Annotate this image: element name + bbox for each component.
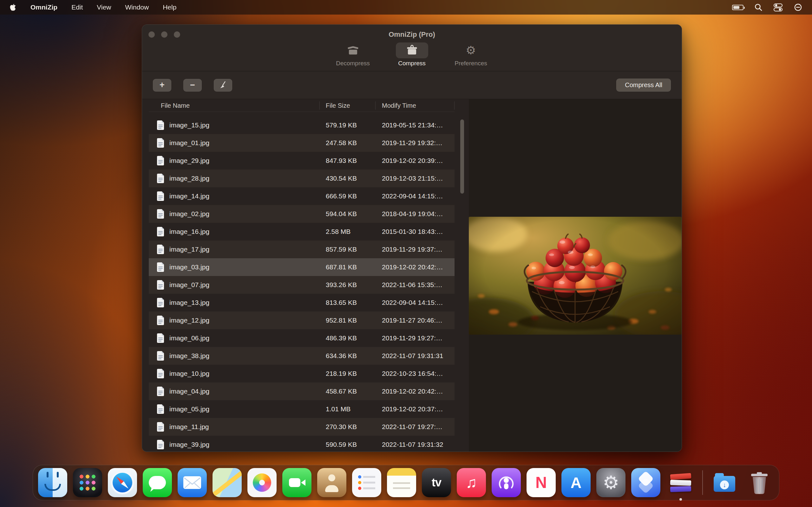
table-row[interactable]: image_03.jpg 687.81 KB 2019-12-02 20:42:… — [149, 258, 455, 276]
column-header-file-name[interactable]: File Name — [149, 101, 320, 110]
dock-item-news[interactable]: N — [526, 468, 556, 497]
table-row[interactable]: image_05.jpg 1.01 MB 2019-12-02 20:37:… — [149, 400, 455, 418]
menu-item-help[interactable]: Help — [163, 3, 176, 11]
dock-item-finder[interactable] — [38, 468, 67, 497]
dock-item-shortcuts[interactable] — [631, 468, 660, 497]
file-name: image_29.jpg — [169, 157, 209, 164]
minus-circle-icon[interactable] — [794, 3, 803, 12]
file-size: 218.19 KB — [320, 370, 375, 377]
file-icon — [156, 191, 165, 201]
menu-item-window[interactable]: Window — [125, 3, 149, 11]
dock-item-app-store[interactable]: A — [561, 468, 591, 497]
table-row[interactable]: image_16.jpg 2.58 MB 2015-01-30 18:43:… — [149, 223, 455, 240]
preview-pane — [469, 99, 681, 452]
dock-item-facetime[interactable] — [282, 468, 311, 497]
file-size: 634.36 KB — [320, 352, 375, 360]
table-row[interactable]: image_02.jpg 594.04 KB 2018-04-19 19:04:… — [149, 205, 455, 223]
dock-item-system-settings[interactable]: ⚙ — [596, 468, 625, 497]
table-row[interactable]: image_12.jpg 952.81 KB 2019-11-27 20:46:… — [149, 312, 455, 329]
column-header-modify-time[interactable]: Modify Time — [375, 101, 455, 110]
add-files-button[interactable]: + — [153, 79, 171, 92]
dock-item-messages[interactable] — [143, 468, 172, 497]
table-row[interactable]: image_13.jpg 813.65 KB 2022-09-04 14:15:… — [149, 294, 455, 312]
table-row[interactable]: image_29.jpg 847.93 KB 2019-12-02 20:39:… — [149, 152, 455, 170]
dock-item-tv[interactable]: tv — [422, 468, 451, 497]
file-name: image_28.jpg — [169, 175, 209, 182]
table-row[interactable]: image_15.jpg 579.19 KB 2019-05-15 21:34:… — [149, 116, 455, 134]
dock-item-photos[interactable] — [247, 468, 276, 497]
dock-item-podcasts[interactable] — [492, 468, 521, 497]
file-icon — [156, 351, 165, 361]
table-row[interactable]: image_17.jpg 857.59 KB 2019-11-29 19:37:… — [149, 240, 455, 258]
table-row[interactable]: image_04.jpg 458.67 KB 2019-12-02 20:42:… — [149, 383, 455, 400]
dock-item-notes[interactable] — [387, 468, 416, 497]
table-row[interactable]: image_38.jpg 634.36 KB 2022-11-07 19:31:… — [149, 347, 455, 365]
file-modified: 2018-04-19 19:04:… — [375, 210, 455, 218]
dock-item-downloads[interactable]: ↓ — [710, 468, 739, 497]
table-row[interactable]: image_28.jpg 430.54 KB 2019-12-03 21:15:… — [149, 170, 455, 187]
dock-item-reminders[interactable] — [352, 468, 381, 497]
file-size: 687.81 KB — [320, 263, 375, 271]
table-scrollbar-thumb[interactable] — [460, 119, 464, 193]
tv-icon: tv — [432, 476, 441, 489]
dock-item-omnizip[interactable] — [666, 468, 695, 497]
file-name: image_38.jpg — [169, 352, 209, 360]
battery-icon[interactable] — [732, 5, 744, 10]
table-row[interactable]: image_06.jpg 486.39 KB 2019-11-29 19:27:… — [149, 329, 455, 347]
file-modified: 2019-05-15 21:34:… — [375, 121, 455, 129]
clear-list-button[interactable] — [214, 79, 232, 92]
preview-image — [469, 217, 681, 335]
broom-icon — [218, 80, 228, 90]
file-icon — [156, 369, 165, 379]
menu-app-name[interactable]: OmniZip — [31, 3, 57, 11]
file-size: 813.65 KB — [320, 299, 375, 306]
compress-all-button[interactable]: Compress All — [616, 78, 671, 92]
dock-item-trash[interactable] — [745, 468, 774, 497]
apple-menu-icon[interactable] — [9, 3, 16, 11]
file-icon — [156, 280, 165, 290]
file-name: image_03.jpg — [169, 263, 209, 271]
finder-icon — [53, 468, 67, 497]
file-icon — [156, 120, 165, 130]
dock-item-music[interactable]: ♫ — [457, 468, 486, 497]
table-row[interactable]: image_10.jpg 218.19 KB 2022-10-23 16:54:… — [149, 365, 455, 383]
omnizip-icon — [670, 473, 691, 480]
remove-files-button[interactable]: − — [183, 79, 202, 92]
file-icon — [156, 262, 165, 272]
tab-compress[interactable]: Compress — [387, 43, 438, 67]
minus-icon: − — [190, 81, 195, 89]
downloads-folder-icon: ↓ — [714, 476, 735, 492]
search-icon[interactable] — [754, 3, 763, 11]
table-row[interactable]: image_11.jpg 270.30 KB 2022-11-07 19:27:… — [149, 418, 455, 436]
tab-decompress-label: Decompress — [336, 60, 370, 67]
column-header-file-size[interactable]: File Size — [320, 101, 375, 110]
dock-item-launchpad[interactable] — [73, 468, 102, 497]
photos-pinwheel-icon — [253, 473, 271, 492]
file-modified: 2019-11-29 19:32:… — [375, 139, 455, 147]
tab-decompress[interactable]: Decompress — [328, 43, 378, 67]
file-size: 430.54 KB — [320, 175, 375, 182]
dock-item-mail[interactable] — [177, 468, 207, 497]
file-size: 579.19 KB — [320, 121, 375, 129]
table-row[interactable]: image_39.jpg 590.59 KB 2022-11-07 19:31:… — [149, 436, 455, 452]
menu-item-edit[interactable]: Edit — [71, 3, 83, 11]
file-name: image_16.jpg — [169, 228, 209, 235]
control-center-icon[interactable] — [773, 3, 783, 12]
table-row[interactable]: image_01.jpg 247.58 KB 2019-11-29 19:32:… — [149, 134, 455, 152]
menu-item-view[interactable]: View — [97, 3, 111, 11]
launchpad-icon — [78, 473, 97, 492]
dock-item-safari[interactable] — [108, 468, 137, 497]
toolbar-tabs: Decompress Compress ⚙ Preferences — [142, 43, 681, 67]
envelope-icon — [183, 476, 201, 489]
decompress-icon — [347, 44, 359, 56]
file-name: image_13.jpg — [169, 299, 209, 306]
file-icon — [156, 333, 165, 343]
trash-icon — [749, 471, 769, 494]
table-row[interactable]: image_07.jpg 393.26 KB 2022-11-06 15:35:… — [149, 276, 455, 294]
file-icon — [156, 209, 165, 219]
file-icon — [156, 386, 165, 396]
dock-item-maps[interactable] — [212, 468, 242, 497]
dock-item-contacts[interactable] — [317, 468, 346, 497]
tab-preferences[interactable]: ⚙ Preferences — [446, 43, 496, 67]
table-row[interactable]: image_14.jpg 666.59 KB 2022-09-04 14:15:… — [149, 187, 455, 205]
